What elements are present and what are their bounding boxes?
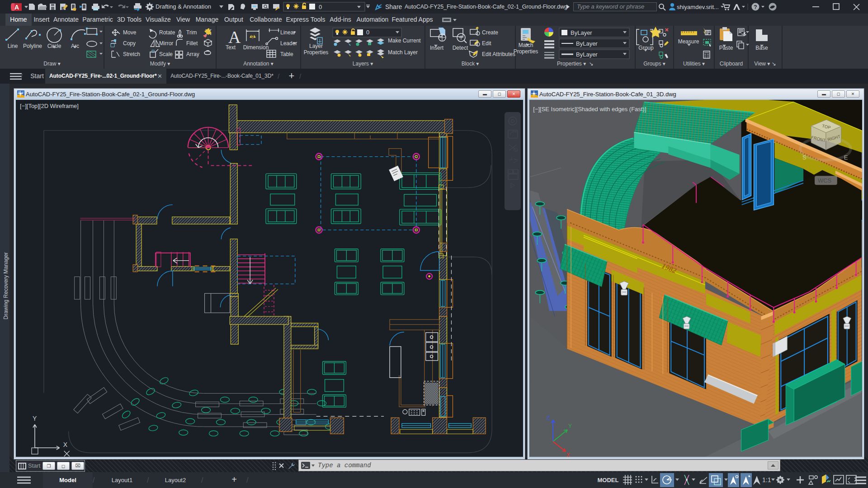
svg-text:WCS: WCS	[818, 177, 832, 184]
svg-text:S: S	[802, 154, 807, 161]
svg-text:Share: Share	[385, 3, 402, 10]
svg-text:Y: Y	[568, 423, 572, 429]
svg-text:A: A	[14, 4, 19, 11]
svg-text:A: A	[228, 28, 241, 47]
svg-text:[−][Top][2D Wireframe]: [−][Top][2D Wireframe]	[20, 103, 79, 109]
svg-text:X: X	[566, 452, 570, 457]
svg-text:X: X	[63, 441, 67, 448]
svg-text:ByLayer: ByLayer	[576, 40, 598, 47]
svg-text:ByLayer: ByLayer	[576, 51, 598, 58]
svg-text:[−][SE Isometric][Shaded with: [−][SE Isometric][Shaded with edges (Fas…	[533, 106, 646, 113]
svg-text:0: 0	[366, 29, 369, 36]
svg-text:?: ?	[754, 4, 757, 10]
svg-text:ByLayer: ByLayer	[571, 29, 592, 36]
svg-text:0: 0	[319, 4, 322, 10]
svg-text:shiyamdev.srit...: shiyamdev.srit...	[677, 4, 719, 10]
svg-text:Z: Z	[547, 415, 550, 421]
svg-text:1:1: 1:1	[762, 476, 771, 483]
svg-text:Y: Y	[33, 415, 37, 422]
svg-text:E: E	[844, 154, 848, 161]
